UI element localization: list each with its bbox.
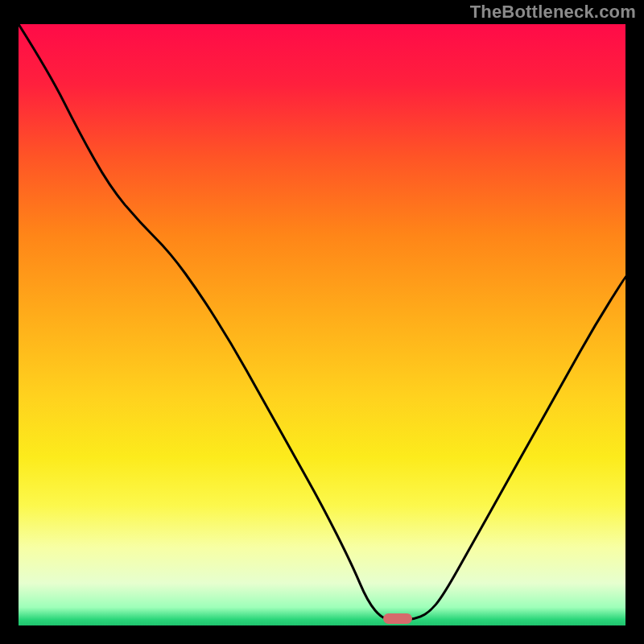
curve-path: [19, 24, 625, 620]
optimal-marker: [383, 613, 412, 624]
bottleneck-curve: [19, 24, 625, 625]
chart-frame: TheBottleneck.com: [0, 0, 644, 644]
watermark-text: TheBottleneck.com: [470, 2, 636, 23]
plot-area: [19, 24, 625, 625]
